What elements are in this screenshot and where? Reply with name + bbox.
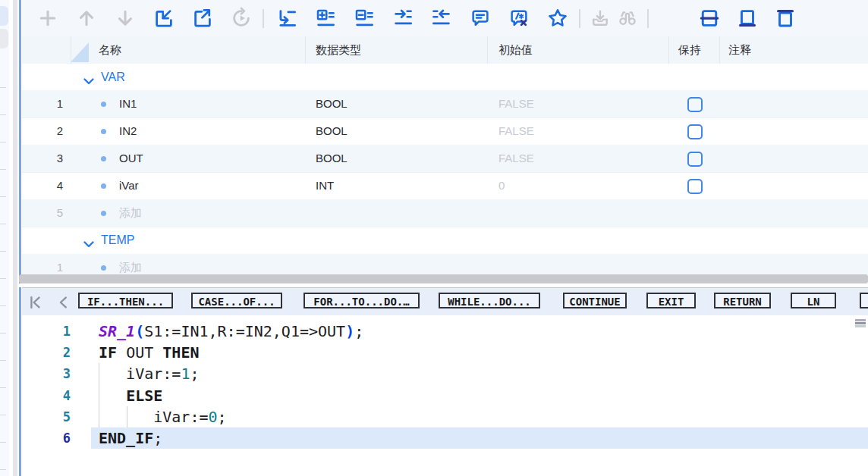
column-header-comment[interactable]: 注释 (728, 36, 751, 64)
variable-type[interactable]: BOOL (316, 117, 348, 145)
code-segment: IF (99, 343, 117, 362)
code-segment: S1:=IN1,R:=IN2,Q1=>OUT (144, 322, 345, 340)
variable-type[interactable]: INT (316, 172, 334, 199)
ruler-tick (0, 169, 6, 170)
favorite-icon[interactable] (546, 6, 570, 30)
variable-bullet-icon (101, 129, 106, 134)
expand-all-icon[interactable] (313, 6, 338, 30)
st-snippet-button[interactable]: FOR...TO...DO.… (303, 293, 420, 308)
variable-name[interactable]: IN2 (119, 117, 137, 145)
chevron-down-icon[interactable] (83, 74, 94, 88)
move-left-icon[interactable] (429, 6, 454, 30)
column-header-retain[interactable]: 保持 (678, 36, 701, 64)
group-label[interactable]: VAR (101, 64, 125, 91)
variable-initial-value[interactable]: FALSE (498, 145, 534, 172)
row-number: 5 (22, 199, 63, 227)
move-down-icon[interactable] (113, 6, 137, 30)
st-snippet-button[interactable]: RETURN (714, 293, 771, 308)
add-variable-label[interactable]: 添加 (119, 199, 142, 227)
retain-checkbox[interactable] (687, 179, 703, 194)
variable-bullet-icon (101, 102, 106, 107)
variable-initial-value[interactable]: FALSE (498, 117, 534, 145)
import-data-icon[interactable] (588, 6, 612, 30)
variable-name[interactable]: OUT (119, 145, 143, 172)
go-first-icon[interactable] (27, 294, 43, 314)
variable-initial-value[interactable]: FALSE (498, 90, 534, 117)
ruler-tick (0, 87, 6, 88)
row-number: 4 (22, 172, 63, 199)
st-snippet-button[interactable]: EXIT (646, 293, 696, 308)
ruler-tick (0, 278, 6, 279)
toolbar-separator (263, 9, 264, 28)
st-snippet-button[interactable]: IF...THEN... (78, 293, 173, 308)
add-variable-row[interactable]: 1添加 (22, 254, 868, 274)
group-row[interactable]: TEMP (22, 227, 868, 255)
variable-initial-value[interactable]: 0 (498, 172, 505, 199)
table-row: 2IN2BOOLFALSE (22, 117, 868, 146)
retain-checkbox[interactable] (687, 124, 703, 139)
add-variable-label[interactable]: 添加 (119, 254, 142, 274)
dock-bottom-icon[interactable] (735, 6, 760, 30)
line-number: 6 (22, 427, 71, 449)
st-snippet-button[interactable] (860, 293, 868, 308)
ruler-tick (0, 442, 6, 443)
row-number: 1 (22, 254, 63, 274)
vertical-scrollbar[interactable] (13, 0, 17, 476)
variable-bullet-icon (101, 156, 106, 161)
code-segment: ) (345, 322, 354, 340)
split-horizontal-icon[interactable] (697, 6, 722, 30)
insert-row-icon[interactable] (275, 6, 299, 30)
st-snippet-button[interactable]: LN (791, 293, 836, 308)
code-segment: iVar:= (99, 365, 181, 383)
table-row: 3OUTBOOLFALSE (22, 145, 868, 173)
column-header-name[interactable]: 名称 (99, 36, 121, 64)
column-header-type[interactable]: 数据类型 (316, 36, 361, 64)
ruler-tick (0, 114, 6, 115)
search-icon[interactable] (615, 6, 640, 30)
docked-panel-tab[interactable] (0, 29, 8, 49)
variable-type[interactable]: BOOL (316, 145, 348, 172)
st-snippet-button[interactable]: CASE...OF... (191, 293, 282, 308)
horizontal-scrollbar[interactable] (19, 274, 868, 283)
st-code-editor[interactable]: 1SR_1(S1:=IN1,R:=IN2,Q1=>OUT);2IF OUT TH… (22, 315, 868, 476)
collapse-all-icon[interactable] (352, 6, 376, 30)
declaration-toolbar (22, 0, 868, 36)
docked-panel-tab[interactable] (0, 6, 8, 26)
move-up-icon[interactable] (74, 6, 99, 30)
group-row[interactable]: VAR (22, 64, 868, 91)
retain-checkbox[interactable] (687, 97, 703, 112)
code-text: END_IF; (99, 427, 162, 449)
variable-name[interactable]: IN1 (119, 90, 137, 117)
retain-checkbox[interactable] (687, 152, 703, 167)
code-map-icon[interactable] (855, 319, 866, 330)
recalculate-icon[interactable] (229, 6, 253, 30)
variable-bullet-icon (101, 183, 106, 189)
code-segment (99, 387, 126, 405)
code-line: 3 iVar:=1; (22, 363, 868, 384)
panel-border (19, 0, 21, 476)
go-back-icon[interactable] (55, 294, 72, 314)
move-right-icon[interactable] (391, 6, 415, 30)
st-snippet-toolbar: IF...THEN...CASE...OF...FOR...TO...DO.…W… (22, 287, 868, 317)
dock-top-icon[interactable] (773, 6, 797, 30)
row-number: 3 (22, 145, 63, 172)
code-text: SR_1(S1:=IN1,R:=IN2,Q1=>OUT); (99, 321, 363, 342)
st-snippet-button[interactable]: CONTINUE (563, 293, 627, 308)
column-header-initial-value[interactable]: 初始值 (498, 36, 533, 64)
code-segment: END_IF (99, 429, 153, 447)
ruler-tick (0, 305, 6, 306)
add-variable-row[interactable]: 5添加 (22, 199, 868, 227)
add-comment-icon[interactable] (468, 6, 492, 30)
select-all-corner[interactable] (71, 42, 89, 62)
variable-type[interactable]: BOOL (316, 90, 348, 117)
variable-name[interactable]: iVar (119, 172, 139, 199)
code-line: 1SR_1(S1:=IN1,R:=IN2,Q1=>OUT); (22, 321, 868, 342)
add-variable-icon[interactable] (36, 6, 60, 30)
import-icon[interactable] (152, 6, 176, 30)
chevron-down-icon[interactable] (83, 237, 94, 251)
st-snippet-button[interactable]: WHILE...DO... (439, 293, 540, 308)
variable-bullet-icon (101, 265, 106, 271)
remove-comment-icon[interactable] (507, 6, 531, 30)
export-icon[interactable] (190, 6, 215, 30)
group-label[interactable]: TEMP (101, 227, 134, 254)
